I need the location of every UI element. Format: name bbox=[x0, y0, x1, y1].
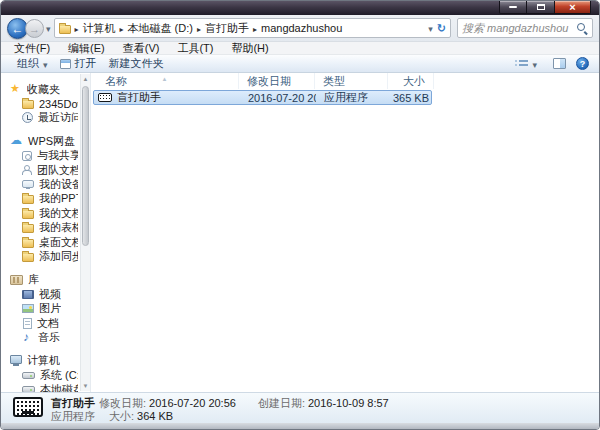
change-view-button[interactable] bbox=[509, 56, 543, 72]
minimize-icon bbox=[509, 6, 517, 8]
search-box[interactable]: 搜索 mangdazhushou bbox=[457, 18, 593, 38]
breadcrumb-computer[interactable]: 计算机 bbox=[83, 21, 116, 36]
organize-button[interactable]: 组织 bbox=[11, 56, 54, 72]
column-header-size[interactable]: 大小 bbox=[388, 73, 434, 89]
scroll-down-icon[interactable] bbox=[81, 381, 90, 391]
minimize-button[interactable] bbox=[499, 1, 527, 14]
navigation-bar: 计算机 本地磁盘 (D:) 盲打助手 mangdazhushou 搜索 mang… bbox=[1, 15, 599, 42]
search-icon[interactable] bbox=[576, 22, 588, 34]
scrollbar-thumb[interactable] bbox=[82, 86, 89, 246]
sidebar-item-desktop-docs[interactable]: 桌面文档 bbox=[1, 235, 78, 249]
scroll-up-icon[interactable] bbox=[81, 74, 90, 84]
menu-help[interactable]: 帮助(H) bbox=[222, 41, 277, 56]
sidebar-item-videos[interactable]: 视频 bbox=[1, 287, 78, 301]
sidebar-item-team-docs[interactable]: 团队文档 bbox=[1, 163, 78, 177]
breadcrumb-current-folder[interactable]: mangdazhushou bbox=[261, 22, 342, 34]
file-name: 盲打助手 bbox=[117, 90, 161, 105]
sidebar-item-my-ppt[interactable]: 我的PPT bbox=[1, 192, 78, 206]
libraries-section: 库 视频 图片 文档 音乐 bbox=[1, 273, 78, 345]
sidebar-item-label: 我的PPT bbox=[39, 192, 78, 206]
column-header-type[interactable]: 类型 bbox=[315, 73, 388, 89]
file-row-selected[interactable]: 盲打助手 2016-07-20 20:56 应用程序 365 KB bbox=[93, 90, 432, 105]
cloud-icon bbox=[10, 135, 23, 147]
sidebar-item-music[interactable]: 音乐 bbox=[1, 330, 78, 344]
sidebar-item-label: 本地磁盘 (D:) bbox=[40, 382, 78, 392]
forward-button[interactable] bbox=[25, 19, 44, 38]
sidebar-item-label: 视频 bbox=[39, 287, 61, 301]
sidebar-item-wps-cloud[interactable]: WPS网盘 bbox=[1, 134, 78, 148]
sidebar-item-local-disk-d[interactable]: 本地磁盘 (D:) bbox=[1, 382, 78, 392]
recent-pages-dropdown[interactable] bbox=[46, 22, 51, 34]
preview-pane-button[interactable] bbox=[553, 58, 566, 69]
sidebar-scrollbar[interactable] bbox=[80, 74, 90, 391]
breadcrumb-separator-icon[interactable] bbox=[253, 22, 257, 34]
details-pane: 盲打助手修改日期:2016-07-20 20:56创建日期:2016-10-09… bbox=[1, 392, 599, 423]
sidebar-item-label: 文档 bbox=[37, 316, 59, 330]
sidebar-item-label: 音乐 bbox=[38, 330, 60, 344]
explorer-window: × 计算机 本地磁盘 (D:) 盲打助手 mangdazhushou 搜索 ma… bbox=[0, 0, 600, 430]
sidebar-item-pictures[interactable]: 图片 bbox=[1, 301, 78, 315]
column-label: 类型 bbox=[323, 74, 345, 89]
folder-icon bbox=[22, 239, 34, 248]
column-header-name[interactable]: 名称 bbox=[91, 73, 239, 89]
details-size-value: 364 KB bbox=[137, 410, 173, 422]
sidebar-item-system-c[interactable]: 系统 (C:) bbox=[1, 368, 78, 382]
sidebar-item-label: 我的设备 bbox=[39, 177, 78, 191]
maximize-button[interactable] bbox=[527, 1, 555, 14]
menu-edit[interactable]: 编辑(E) bbox=[59, 41, 114, 56]
sidebar-item-add-sync-folder[interactable]: 添加同步文件夹 bbox=[1, 249, 78, 263]
drive-icon bbox=[22, 386, 35, 392]
open-app-icon bbox=[60, 59, 71, 69]
breadcrumb-separator-icon[interactable] bbox=[75, 22, 79, 34]
sidebar-item-my-sheets[interactable]: 我的表格 bbox=[1, 221, 78, 235]
keyboard-icon bbox=[98, 93, 112, 102]
open-button[interactable]: 打开 bbox=[54, 56, 103, 72]
new-folder-button[interactable]: 新建文件夹 bbox=[103, 56, 170, 72]
sidebar-item-favorites[interactable]: 收藏夹 bbox=[1, 82, 78, 96]
close-button[interactable]: × bbox=[555, 1, 591, 14]
sidebar-item-libraries[interactable]: 库 bbox=[1, 273, 78, 287]
sidebar-item-label: 图片 bbox=[39, 301, 61, 315]
folder-icon bbox=[22, 224, 34, 233]
recent-places-icon bbox=[22, 112, 33, 123]
sidebar-item-my-docs[interactable]: 我的文档 bbox=[1, 206, 78, 220]
shared-icon bbox=[22, 151, 32, 161]
sidebar-item-shared-with-me[interactable]: 与我共享 bbox=[1, 149, 78, 163]
titlebar[interactable]: × bbox=[1, 1, 599, 15]
sidebar-item-my-devices[interactable]: 我的设备 bbox=[1, 177, 78, 191]
refresh-icon[interactable] bbox=[437, 22, 446, 35]
file-size: 365 KB bbox=[389, 92, 429, 104]
sidebar-item-documents[interactable]: 文档 bbox=[1, 316, 78, 330]
menu-file[interactable]: 文件(F) bbox=[5, 41, 59, 56]
breadcrumb-mangda-folder[interactable]: 盲打助手 bbox=[205, 21, 249, 36]
computer-icon bbox=[10, 355, 22, 364]
sidebar-item-computer[interactable]: 计算机 bbox=[1, 354, 78, 368]
sidebar-item-label: 添加同步文件夹 bbox=[39, 249, 78, 263]
menu-view[interactable]: 查看(V) bbox=[114, 41, 169, 56]
sidebar-item-recent-places[interactable]: 最近访问的位置 bbox=[1, 111, 78, 125]
details-file-name: 盲打助手 bbox=[51, 397, 95, 410]
sidebar-item-label: 收藏夹 bbox=[27, 82, 60, 96]
breadcrumb-separator-icon[interactable] bbox=[197, 22, 201, 34]
sidebar-item-label: 系统 (C:) bbox=[40, 368, 78, 382]
details-line-1: 盲打助手修改日期:2016-07-20 20:56创建日期:2016-10-09… bbox=[51, 397, 389, 410]
help-button[interactable] bbox=[576, 57, 589, 70]
address-history-dropdown[interactable] bbox=[428, 22, 433, 34]
sidebar-item-label: 计算机 bbox=[27, 354, 60, 368]
chevron-down-icon bbox=[532, 58, 537, 70]
content-area: 收藏夹 2345Downloa 最近访问的位置 WPS网盘 与我共享 团队文档 … bbox=[1, 73, 599, 392]
sidebar-item-label: 与我共享 bbox=[37, 149, 78, 163]
details-created-value: 2016-10-09 8:57 bbox=[308, 397, 389, 409]
breadcrumb-local-disk-d[interactable]: 本地磁盘 (D:) bbox=[128, 21, 193, 36]
column-header-date-modified[interactable]: 修改日期 bbox=[239, 73, 315, 89]
folder-icon bbox=[22, 210, 34, 219]
menu-tools[interactable]: 工具(T) bbox=[168, 41, 222, 56]
file-date-modified: 2016-07-20 20:56 bbox=[240, 92, 316, 104]
column-headers: 名称 修改日期 类型 大小 bbox=[91, 73, 599, 89]
picture-icon bbox=[22, 304, 34, 313]
details-line-2: 应用程序大小:364 KB bbox=[51, 410, 389, 423]
address-bar[interactable]: 计算机 本地磁盘 (D:) 盲打助手 mangdazhushou bbox=[54, 18, 451, 38]
breadcrumb-separator-icon[interactable] bbox=[120, 22, 124, 34]
sidebar-item-2345download[interactable]: 2345Downloa bbox=[1, 96, 78, 110]
chevron-down-icon bbox=[43, 58, 48, 70]
